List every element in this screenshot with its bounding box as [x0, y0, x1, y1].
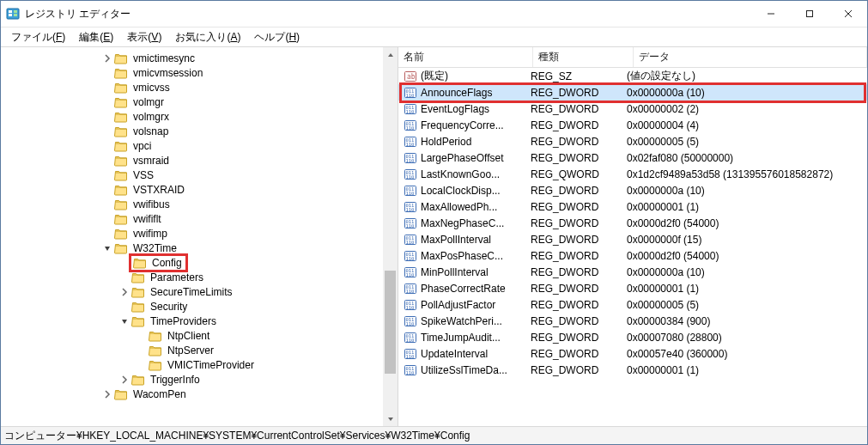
menu-item[interactable]: 表示(V) — [120, 28, 168, 46]
tree-item[interactable]: W32Time — [1, 241, 398, 255]
maximize-button[interactable] — [790, 1, 829, 27]
value-data: 0x00007080 (28800) — [625, 332, 867, 344]
value-row[interactable]: 011110HoldPeriodREG_DWORD0x00000005 (5) — [398, 133, 867, 149]
binary-value-icon: 011110 — [404, 135, 417, 149]
value-type: REG_DWORD — [529, 103, 625, 115]
value-row[interactable]: 011110MaxPosPhaseC...REG_DWORD0x0000d2f0… — [398, 247, 867, 264]
menu-item[interactable]: ファイル(F) — [4, 28, 72, 46]
tree-item[interactable]: vpci — [1, 138, 398, 153]
expand-placeholder — [100, 154, 114, 168]
tree-item-label: Security — [149, 301, 189, 313]
tree-item[interactable]: volmgr — [1, 94, 398, 109]
values-list[interactable]: ab(既定)REG_SZ(値の設定なし)011110AnnounceFlagsR… — [398, 68, 867, 426]
values-pane: 名前 種類 データ ab(既定)REG_SZ(値の設定なし)011110Anno… — [398, 47, 867, 426]
scroll-up-icon[interactable] — [383, 47, 398, 62]
value-name: AnnounceFlags — [421, 87, 492, 99]
tree-item[interactable]: TimeProviders — [1, 314, 398, 328]
tree-item[interactable]: SecureTimeLimits — [1, 284, 398, 299]
binary-value-icon: 011110 — [404, 298, 417, 312]
value-row[interactable]: 011110FrequencyCorre...REG_DWORD0x000000… — [398, 117, 867, 133]
value-row[interactable]: 011110LargePhaseOffsetREG_DWORD0x02faf08… — [398, 149, 867, 166]
tree-item[interactable]: vmictimesync — [1, 51, 398, 65]
value-row[interactable]: 011110UpdateIntervalREG_DWORD0x00057e40 … — [398, 345, 867, 362]
tree-item[interactable]: volmgrx — [1, 109, 398, 124]
tree-item[interactable]: vwififlt — [1, 211, 398, 226]
value-row[interactable]: 011110LocalClockDisp...REG_DWORD0x000000… — [398, 182, 867, 198]
col-header-name[interactable]: 名前 — [398, 47, 533, 67]
tree-item[interactable]: WacomPen — [1, 387, 398, 401]
minimize-button[interactable] — [751, 1, 790, 27]
tree-item[interactable]: TriggerInfo — [1, 372, 398, 387]
menu-item[interactable]: ヘルプ(H) — [247, 28, 307, 46]
svg-rect-2 — [9, 14, 12, 16]
folder-icon — [114, 139, 128, 153]
value-name: MaxPollInterval — [421, 234, 491, 246]
tree-item[interactable]: vmicvss — [1, 80, 398, 94]
menu-item[interactable]: お気に入り(A) — [168, 28, 247, 46]
value-data: 0x00000384 (900) — [625, 315, 867, 327]
value-row[interactable]: 011110PollAdjustFactorREG_DWORD0x0000000… — [398, 296, 867, 313]
col-header-type[interactable]: 種類 — [533, 47, 634, 67]
value-row[interactable]: 011110MaxAllowedPh...REG_DWORD0x00000001… — [398, 198, 867, 215]
binary-value-icon: 011110 — [404, 151, 417, 165]
value-row[interactable]: 011110EventLogFlagsREG_DWORD0x00000002 (… — [398, 101, 867, 117]
binary-value-icon: 011110 — [404, 233, 417, 247]
value-row[interactable]: 011110MaxNegPhaseC...REG_DWORD0x0000d2f0… — [398, 215, 867, 231]
value-row[interactable]: 011110MinPollIntervalREG_DWORD0x0000000a… — [398, 264, 867, 280]
value-name: LargePhaseOffset — [421, 152, 504, 164]
scroll-down-icon[interactable] — [383, 411, 398, 426]
value-row[interactable]: 011110AnnounceFlagsREG_DWORD0x0000000a (… — [398, 84, 867, 101]
value-row[interactable]: 011110SpikeWatchPeri...REG_DWORD0x000003… — [398, 313, 867, 329]
tree-item[interactable]: Parameters — [1, 270, 398, 284]
col-header-data[interactable]: データ — [634, 47, 867, 67]
value-row[interactable]: ab(既定)REG_SZ(値の設定なし) — [398, 68, 867, 84]
tree-item[interactable]: volsnap — [1, 124, 398, 138]
tree-item[interactable]: vmicvmsession — [1, 65, 398, 80]
svg-marker-10 — [388, 418, 393, 421]
chevron-right-icon[interactable] — [118, 373, 131, 387]
chevron-right-icon[interactable] — [100, 387, 114, 401]
value-row[interactable]: 011110LastKnownGoo...REG_QWORD0x1d2cf948… — [398, 166, 867, 182]
close-button[interactable] — [829, 1, 867, 27]
chevron-right-icon[interactable] — [100, 52, 114, 65]
value-name: LastKnownGoo... — [421, 168, 500, 180]
tree-item[interactable]: Security — [1, 299, 398, 314]
folder-icon — [114, 168, 128, 182]
tree-item[interactable]: VSTXRAID — [1, 182, 398, 197]
svg-text:110: 110 — [406, 223, 415, 229]
svg-rect-4 — [14, 14, 17, 16]
tree-item[interactable]: NtpServer — [1, 343, 398, 357]
chevron-down-icon[interactable] — [118, 314, 131, 328]
folder-icon — [114, 241, 128, 255]
folder-icon — [114, 66, 128, 80]
tree-item[interactable]: vsmraid — [1, 153, 398, 168]
tree-item-label: W32Time — [131, 242, 179, 254]
expand-placeholder — [100, 125, 114, 138]
value-row[interactable]: 011110TimeJumpAudit...REG_DWORD0x0000708… — [398, 329, 867, 345]
chevron-down-icon[interactable] — [100, 241, 114, 255]
tree-scrollbar[interactable] — [383, 47, 398, 426]
registry-tree[interactable]: vmictimesyncvmicvmsessionvmicvssvolmgrvo… — [1, 51, 398, 426]
scroll-thumb[interactable] — [385, 271, 396, 374]
tree-item[interactable]: Config — [1, 255, 398, 270]
binary-value-icon: 011110 — [404, 216, 417, 230]
tree-item[interactable]: vwifibus — [1, 197, 398, 211]
tree-item[interactable]: VMICTimeProvider — [1, 357, 398, 372]
value-row[interactable]: 011110UtilizeSslTimeDa...REG_DWORD0x0000… — [398, 362, 867, 378]
binary-value-icon: 011110 — [404, 249, 417, 263]
svg-text:110: 110 — [406, 109, 415, 114]
folder-icon — [114, 95, 128, 109]
tree-item[interactable]: vwifimp — [1, 226, 398, 241]
value-type: REG_DWORD — [529, 315, 625, 327]
value-row[interactable]: 011110PhaseCorrectRateREG_DWORD0x0000000… — [398, 280, 867, 296]
value-row[interactable]: 011110MaxPollIntervalREG_DWORD0x0000000f… — [398, 231, 867, 247]
folder-icon — [114, 52, 128, 65]
value-data: 0x00000005 (5) — [625, 299, 867, 311]
value-name: UtilizeSslTimeDa... — [421, 364, 507, 376]
tree-item[interactable]: NtpClient — [1, 328, 398, 343]
chevron-right-icon[interactable] — [118, 285, 131, 299]
tree-item[interactable]: VSS — [1, 168, 398, 182]
value-data: 0x0000000a (10) — [625, 185, 867, 197]
menu-item[interactable]: 編集(E) — [72, 28, 120, 46]
window-title: レジストリ エディター — [25, 7, 751, 21]
